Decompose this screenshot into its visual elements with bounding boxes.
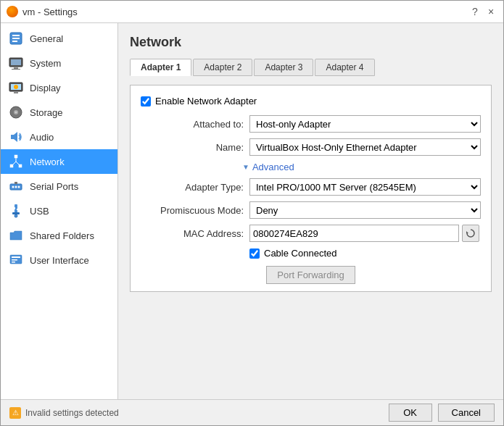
port-forwarding-button[interactable]: Port Forwarding xyxy=(266,266,355,284)
svg-point-25 xyxy=(18,186,20,188)
svg-rect-2 xyxy=(12,38,20,39)
sidebar-label-usb: USB xyxy=(30,206,49,217)
svg-rect-1 xyxy=(12,35,20,36)
sidebar-item-shared-folders[interactable]: Shared Folders xyxy=(1,223,117,248)
svg-rect-34 xyxy=(12,259,17,261)
user-interface-icon xyxy=(8,252,24,268)
svg-rect-31 xyxy=(17,209,20,210)
sidebar-label-user-interface: User Interface xyxy=(30,255,89,266)
svg-rect-5 xyxy=(11,59,21,65)
promiscuous-mode-row: Promiscuous Mode: Deny xyxy=(141,201,481,219)
content-area: General System xyxy=(1,23,503,399)
dialog-buttons: OK Cancel xyxy=(389,404,495,422)
statusbar: ⚠ Invalid settings detected OK Cancel xyxy=(1,399,503,425)
serial-ports-icon xyxy=(8,178,24,194)
network-form: Enable Network Adapter Attached to: Host… xyxy=(130,85,492,292)
svg-point-24 xyxy=(15,186,17,188)
sidebar-label-serial-ports: Serial Ports xyxy=(30,181,78,192)
sidebar-label-audio: Audio xyxy=(30,132,54,143)
sidebar-item-network[interactable]: Network xyxy=(1,149,117,174)
attached-to-select[interactable]: Host-only Adapter xyxy=(249,115,481,133)
refresh-mac-button[interactable] xyxy=(462,225,479,242)
attached-to-control: Host-only Adapter xyxy=(249,115,481,133)
sidebar-item-display[interactable]: Display xyxy=(1,75,117,100)
sidebar-item-general[interactable]: General xyxy=(1,26,117,51)
general-icon xyxy=(8,30,24,46)
mac-address-label: MAC Address: xyxy=(141,228,249,239)
sidebar-item-audio[interactable]: Audio xyxy=(1,125,117,149)
sidebar-label-network: Network xyxy=(30,156,65,167)
name-label: Name: xyxy=(141,142,249,153)
page-title: Network xyxy=(130,35,492,50)
port-forwarding-row: Port Forwarding xyxy=(141,266,481,284)
status-message: Invalid settings detected xyxy=(25,408,119,418)
cancel-button[interactable]: Cancel xyxy=(438,404,495,422)
svg-point-14 xyxy=(15,112,17,113)
usb-icon xyxy=(8,203,24,219)
advanced-toggle[interactable]: ▼ Advanced xyxy=(242,162,294,172)
sidebar-item-storage[interactable]: Storage xyxy=(1,100,117,125)
adapter-type-row: Adapter Type: Intel PRO/1000 MT Server (… xyxy=(141,178,481,196)
sidebar: General System xyxy=(1,23,118,399)
shared-folders-icon xyxy=(8,227,24,243)
sidebar-label-system: System xyxy=(30,58,61,69)
mac-address-input[interactable] xyxy=(249,225,459,242)
tab-adapter3[interactable]: Adapter 3 xyxy=(254,59,313,76)
main-panel: Network Adapter 1 Adapter 2 Adapter 3 Ad… xyxy=(118,23,503,399)
svg-marker-15 xyxy=(11,132,17,142)
window-title: vm - Settings xyxy=(22,7,464,17)
svg-point-29 xyxy=(15,214,17,217)
svg-rect-7 xyxy=(12,69,20,70)
cable-connected-label: Cable Connected xyxy=(264,248,336,259)
promiscuous-mode-label: Promiscuous Mode: xyxy=(141,205,249,216)
help-button[interactable]: ? xyxy=(468,5,482,18)
attached-to-row: Attached to: Host-only Adapter xyxy=(141,115,481,133)
sidebar-label-general: General xyxy=(30,33,63,44)
sidebar-item-serial-ports[interactable]: Serial Ports xyxy=(1,174,117,199)
enable-network-row: Enable Network Adapter xyxy=(141,96,481,106)
status-message-area: ⚠ Invalid settings detected xyxy=(9,407,384,419)
mac-address-row: MAC Address: xyxy=(141,225,481,242)
svg-point-23 xyxy=(12,186,15,188)
cable-connected-row: Cable Connected xyxy=(141,248,481,259)
sidebar-item-usb[interactable]: USB xyxy=(1,199,117,223)
tab-adapter1[interactable]: Adapter 1 xyxy=(130,59,191,76)
status-warning-icon: ⚠ xyxy=(9,407,21,419)
cable-connected-checkbox[interactable] xyxy=(249,248,260,259)
name-control: VirtualBox Host-Only Ethernet Adapter xyxy=(249,138,481,156)
svg-rect-30 xyxy=(12,207,15,209)
sidebar-item-user-interface[interactable]: User Interface xyxy=(1,248,117,272)
tab-adapter4[interactable]: Adapter 4 xyxy=(315,59,374,76)
settings-window: vm - Settings ? × General xyxy=(0,0,504,426)
attached-to-label: Attached to: xyxy=(141,119,249,130)
network-icon xyxy=(8,154,24,170)
titlebar-buttons: ? × xyxy=(468,5,497,18)
promiscuous-mode-control: Deny xyxy=(249,201,481,219)
svg-point-10 xyxy=(14,85,18,89)
name-select[interactable]: VirtualBox Host-Only Ethernet Adapter xyxy=(249,138,481,156)
svg-line-21 xyxy=(16,162,20,166)
svg-rect-3 xyxy=(12,41,17,42)
enable-adapter-checkbox[interactable] xyxy=(141,96,151,106)
sidebar-label-display: Display xyxy=(30,83,61,93)
advanced-label-text: Advanced xyxy=(252,162,294,172)
audio-icon xyxy=(8,129,24,145)
sidebar-label-storage: Storage xyxy=(30,107,63,118)
advanced-row: ▼ Advanced xyxy=(141,162,481,172)
svg-rect-6 xyxy=(14,67,18,69)
display-icon xyxy=(8,80,24,96)
sidebar-label-shared-folders: Shared Folders xyxy=(30,230,94,241)
enable-adapter-label: Enable Network Adapter xyxy=(155,96,257,106)
name-row: Name: VirtualBox Host-Only Ethernet Adap… xyxy=(141,138,481,156)
adapter-type-select[interactable]: Intel PRO/1000 MT Server (82545EM) xyxy=(249,178,481,196)
sidebar-item-system[interactable]: System xyxy=(1,51,117,75)
svg-rect-26 xyxy=(15,182,17,184)
app-icon xyxy=(7,6,18,17)
tab-adapter2[interactable]: Adapter 2 xyxy=(193,59,252,76)
svg-line-20 xyxy=(12,162,16,166)
svg-rect-16 xyxy=(15,155,17,158)
ok-button[interactable]: OK xyxy=(389,404,432,422)
close-button[interactable]: × xyxy=(484,5,497,18)
adapter-type-label: Adapter Type: xyxy=(141,182,249,193)
promiscuous-mode-select[interactable]: Deny xyxy=(249,201,481,219)
